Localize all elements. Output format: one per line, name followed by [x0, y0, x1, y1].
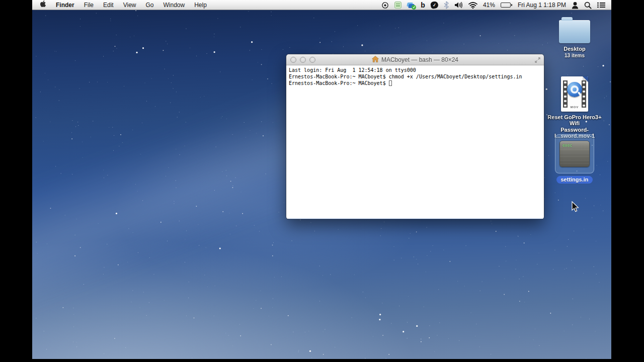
icon-item-count: 13 items: [565, 53, 585, 58]
quicktime-mov-icon: MOV: [561, 76, 588, 112]
sync-app-tray-icon[interactable]: ✓: [407, 2, 415, 9]
b-app-tray-icon[interactable]: b: [421, 0, 425, 10]
gopro-movie-item[interactable]: MOV Reset GoPro Hero3+ Wifi Password-I..…: [542, 76, 607, 139]
user-account-icon[interactable]: [572, 2, 579, 9]
battery-percent: 41%: [483, 2, 495, 9]
menu-file[interactable]: File: [84, 2, 94, 9]
zoom-button[interactable]: [309, 57, 315, 63]
desktop-folder-item[interactable]: Desktop 13 items: [542, 14, 607, 58]
list-widget-tray-icon[interactable]: [394, 2, 401, 9]
menu-finder[interactable]: Finder: [56, 2, 74, 9]
terminal-titlebar[interactable]: MACboyet — bash — 80×24: [286, 54, 544, 65]
wifi-icon[interactable]: [468, 2, 477, 9]
exec-badge: exec: [562, 143, 572, 148]
spotlight-search-icon[interactable]: [584, 2, 592, 9]
selection-highlight: exec: [555, 134, 594, 173]
window-title: MACboyet — bash — 80×24: [381, 56, 458, 63]
terminal-line: Last login: Fri Aug 1 12:54:18 on ttys00…: [289, 67, 541, 73]
notification-center-icon[interactable]: [597, 3, 605, 8]
icon-label: Desktop: [564, 46, 585, 52]
terminal-window[interactable]: MACboyet — bash — 80×24 Last login: Fri …: [286, 54, 544, 219]
screen-record-icon[interactable]: [381, 2, 389, 9]
menu-clock[interactable]: Fri Aug 1 1:18 PM: [518, 2, 566, 9]
terminal-line: Ernestos-MacBook-Pro:~ MACboyet$ chmod +…: [289, 73, 541, 80]
menu-window[interactable]: Window: [164, 2, 185, 9]
mov-badge: MOV: [561, 106, 588, 109]
settings-exec-item[interactable]: exec settings.in: [542, 134, 607, 184]
terminal-cursor: [389, 80, 392, 86]
volume-icon[interactable]: [454, 2, 463, 9]
terminal-prompt-line: Ernestos-MacBook-Pro:~ MACboyet$: [289, 80, 541, 86]
menu-help[interactable]: Help: [194, 2, 207, 9]
minimize-button[interactable]: [300, 57, 306, 63]
menu-go[interactable]: Go: [146, 2, 154, 9]
exec-file-icon: exec: [559, 141, 590, 167]
bluetooth-icon[interactable]: [444, 1, 449, 9]
home-folder-proxy-icon[interactable]: [372, 55, 379, 64]
selected-icon-label: settings.in: [556, 176, 592, 184]
icon-label-line1: Reset GoPro Hero3+ Wifi: [542, 114, 607, 126]
check-app-tray-icon[interactable]: ✓: [430, 1, 439, 9]
menu-edit[interactable]: Edit: [103, 2, 114, 9]
menu-view[interactable]: View: [123, 2, 136, 9]
apple-menu-icon[interactable]: [40, 0, 46, 10]
desktop-screen: Finder File Edit View Go Window Help ✓ b…: [32, 0, 611, 359]
terminal-output[interactable]: Last login: Fri Aug 1 12:54:18 on ttys00…: [286, 65, 544, 219]
battery-icon[interactable]: [501, 3, 512, 8]
menu-bar: Finder File Edit View Go Window Help ✓ b…: [32, 0, 611, 10]
close-button[interactable]: [290, 57, 296, 63]
fullscreen-resize-icon[interactable]: [534, 56, 541, 65]
mouse-cursor: [572, 201, 580, 215]
folder-icon: [559, 20, 590, 43]
